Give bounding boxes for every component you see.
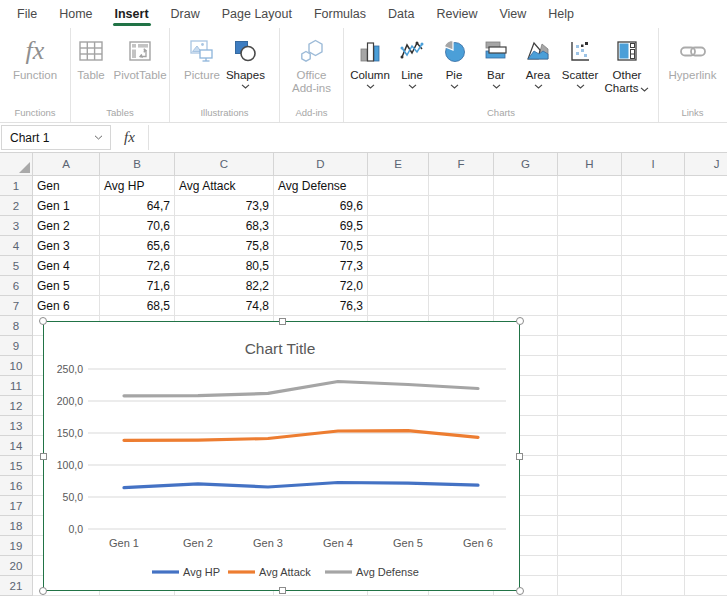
tab-file[interactable]: File [6, 0, 48, 28]
cell-B7[interactable]: 68,5 [100, 296, 175, 316]
cell-I16[interactable] [622, 476, 685, 496]
tab-formulas[interactable]: Formulas [303, 0, 377, 28]
cell-E1[interactable] [368, 176, 429, 196]
insert-function-button[interactable]: fx [111, 123, 148, 152]
cell-D1[interactable]: Avg Defense [274, 176, 368, 196]
cell-D3[interactable]: 69,5 [274, 216, 368, 236]
cell-B4[interactable]: 65,6 [100, 236, 175, 256]
cell-H9[interactable] [558, 336, 622, 356]
tab-data[interactable]: Data [377, 0, 425, 28]
cell-J18[interactable] [685, 516, 727, 536]
chart-handle-sw[interactable] [39, 587, 47, 595]
chart-handle-se[interactable] [516, 587, 524, 595]
cell-H6[interactable] [558, 276, 622, 296]
cell-J16[interactable] [685, 476, 727, 496]
cell-I4[interactable] [622, 236, 685, 256]
row-header-8[interactable]: 8 [0, 316, 33, 336]
cell-H17[interactable] [558, 496, 622, 516]
cell-J14[interactable] [685, 436, 727, 456]
row-header-12[interactable]: 12 [0, 396, 33, 416]
cell-C1[interactable]: Avg Attack [175, 176, 274, 196]
cell-J7[interactable] [685, 296, 727, 316]
formula-input[interactable] [148, 125, 727, 150]
cell-J3[interactable] [685, 216, 727, 236]
cell-H7[interactable] [558, 296, 622, 316]
cell-G3[interactable] [494, 216, 558, 236]
row-header-4[interactable]: 4 [0, 236, 33, 256]
shapes-button[interactable]: Shapes [223, 33, 268, 89]
cell-J4[interactable] [685, 236, 727, 256]
cell-F7[interactable] [429, 296, 494, 316]
column-chart-button[interactable]: Column [349, 33, 391, 89]
cell-H16[interactable] [558, 476, 622, 496]
cell-I9[interactable] [622, 336, 685, 356]
chart-handle-w[interactable] [40, 453, 47, 460]
cell-C6[interactable]: 82,2 [175, 276, 274, 296]
row-header-14[interactable]: 14 [0, 436, 33, 456]
pie-chart-button[interactable]: Pie [433, 33, 475, 89]
cell-D4[interactable]: 70,5 [274, 236, 368, 256]
chart-handle-n[interactable] [279, 318, 286, 325]
cell-D7[interactable]: 76,3 [274, 296, 368, 316]
col-header-F[interactable]: F [429, 153, 494, 176]
legend-label-avg-hp[interactable]: Avg HP [183, 566, 220, 578]
col-header-E[interactable]: E [368, 153, 429, 176]
cell-H10[interactable] [558, 356, 622, 376]
cell-G5[interactable] [494, 256, 558, 276]
cell-I2[interactable] [622, 196, 685, 216]
cell-A3[interactable]: Gen 2 [33, 216, 100, 236]
cell-E2[interactable] [368, 196, 429, 216]
cell-J1[interactable] [685, 176, 727, 196]
cell-E6[interactable] [368, 276, 429, 296]
cell-H1[interactable] [558, 176, 622, 196]
cell-F4[interactable] [429, 236, 494, 256]
cell-I11[interactable] [622, 376, 685, 396]
col-header-B[interactable]: B [100, 153, 175, 176]
row-header-15[interactable]: 15 [0, 456, 33, 476]
line-chart-button[interactable]: Line [391, 33, 433, 89]
cell-I5[interactable] [622, 256, 685, 276]
tab-home[interactable]: Home [48, 0, 103, 28]
cell-J6[interactable] [685, 276, 727, 296]
chevron-down-icon[interactable] [94, 135, 103, 140]
legend-label-avg-defense[interactable]: Avg Defense [356, 566, 419, 578]
cell-F6[interactable] [429, 276, 494, 296]
cell-G2[interactable] [494, 196, 558, 216]
row-header-10[interactable]: 10 [0, 356, 33, 376]
cell-I7[interactable] [622, 296, 685, 316]
cell-D5[interactable]: 77,3 [274, 256, 368, 276]
cell-H5[interactable] [558, 256, 622, 276]
cell-H15[interactable] [558, 456, 622, 476]
cell-E7[interactable] [368, 296, 429, 316]
cell-F5[interactable] [429, 256, 494, 276]
cell-C4[interactable]: 75,8 [175, 236, 274, 256]
cell-G7[interactable] [494, 296, 558, 316]
col-header-G[interactable]: G [494, 153, 558, 176]
cell-E5[interactable] [368, 256, 429, 276]
chart-handle-e[interactable] [516, 453, 523, 460]
select-all-corner[interactable] [0, 153, 33, 176]
cell-A6[interactable]: Gen 5 [33, 276, 100, 296]
cell-F1[interactable] [429, 176, 494, 196]
col-header-I[interactable]: I [622, 153, 685, 176]
row-header-13[interactable]: 13 [0, 416, 33, 436]
cell-F2[interactable] [429, 196, 494, 216]
bar-chart-button[interactable]: Bar [475, 33, 517, 89]
cell-H20[interactable] [558, 556, 622, 576]
cell-J19[interactable] [685, 536, 727, 556]
row-header-7[interactable]: 7 [0, 296, 33, 316]
cell-H13[interactable] [558, 416, 622, 436]
cell-G4[interactable] [494, 236, 558, 256]
row-header-11[interactable]: 11 [0, 376, 33, 396]
cell-J20[interactable] [685, 556, 727, 576]
cell-H14[interactable] [558, 436, 622, 456]
cell-A2[interactable]: Gen 1 [33, 196, 100, 216]
cell-A1[interactable]: Gen [33, 176, 100, 196]
cell-J17[interactable] [685, 496, 727, 516]
cell-F3[interactable] [429, 216, 494, 236]
cell-I17[interactable] [622, 496, 685, 516]
tab-draw[interactable]: Draw [160, 0, 211, 28]
chart-handle-ne[interactable] [516, 317, 524, 325]
name-box[interactable]: Chart 1 [1, 125, 111, 150]
col-header-J[interactable]: J [685, 153, 727, 176]
